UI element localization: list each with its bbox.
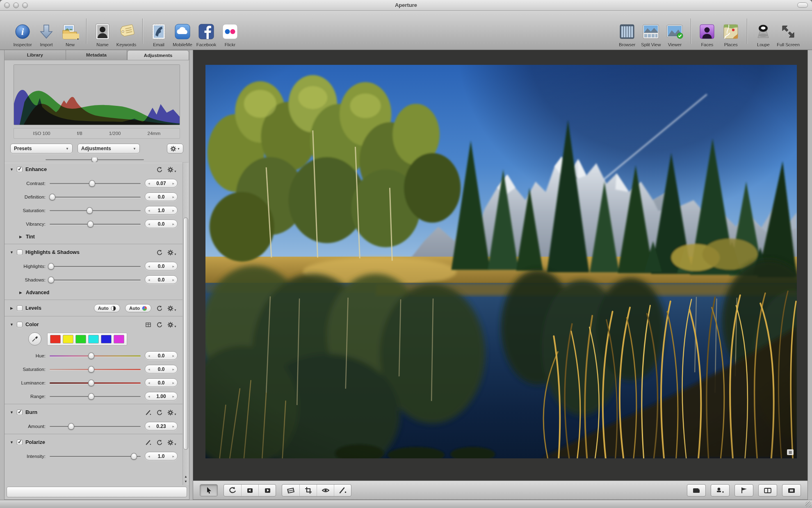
slider-thumb[interactable] xyxy=(89,180,95,187)
rotate-left-tool-button[interactable] xyxy=(241,485,258,496)
luminance-slider[interactable] xyxy=(50,379,141,387)
color-swatch-cyan[interactable] xyxy=(88,335,99,343)
levels-checkbox[interactable] xyxy=(17,305,23,311)
slider-thumb[interactable] xyxy=(87,207,93,214)
viewer-button[interactable]: Viewer xyxy=(663,22,687,47)
red-eye-tool-button[interactable] xyxy=(317,485,334,496)
panel-gear-button[interactable]: ▼ xyxy=(167,249,177,256)
reset-icon[interactable] xyxy=(156,322,162,328)
contrast-value-stepper[interactable]: ◂0.07▸ xyxy=(145,179,178,188)
full-screen-button[interactable]: Full Screen xyxy=(775,22,801,47)
toolbar-toggle-pill[interactable] xyxy=(797,2,808,8)
flickr-button[interactable]: Flickr xyxy=(218,22,242,47)
reset-icon[interactable] xyxy=(156,167,162,173)
places-button[interactable]: Places xyxy=(719,22,743,47)
panel-gear-button[interactable]: ▼ xyxy=(167,322,177,328)
scroll-down-arrow[interactable]: ▼ xyxy=(184,480,187,483)
inspector-scrollbar[interactable]: ▲ ▼ xyxy=(182,162,189,485)
slider-thumb[interactable] xyxy=(88,380,94,386)
hue-slider[interactable] xyxy=(50,352,141,359)
contrast-slider[interactable] xyxy=(50,180,141,187)
highlights-slider[interactable] xyxy=(50,263,141,270)
advanced-disclosure[interactable]: ▶ Advanced xyxy=(5,286,182,299)
slider-thumb[interactable] xyxy=(68,423,74,430)
disclosure-triangle-icon[interactable]: ▼ xyxy=(9,323,14,327)
scrollbar-thumb[interactable] xyxy=(183,217,188,450)
brush-icon[interactable] xyxy=(145,410,151,416)
tab-adjustments[interactable]: Adjustments xyxy=(127,50,189,60)
disclosure-triangle-icon[interactable]: ▶ xyxy=(9,306,14,310)
slider-thumb[interactable] xyxy=(49,194,55,200)
burn-checkbox[interactable] xyxy=(17,410,23,415)
amount-value-stepper[interactable]: ◂0.23▸ xyxy=(145,422,178,430)
crop-tool-button[interactable] xyxy=(299,485,317,496)
photo[interactable]: ▦ xyxy=(205,65,797,458)
shadows-value-stepper[interactable]: ◂0.0▸ xyxy=(145,275,178,284)
reset-icon[interactable] xyxy=(156,439,162,446)
inspector-button[interactable]: i Inspector xyxy=(11,22,34,47)
range-slider[interactable] xyxy=(50,393,141,400)
slider-thumb[interactable] xyxy=(88,366,94,373)
facebook-button[interactable]: Facebook xyxy=(194,22,218,47)
tint-disclosure[interactable]: ▶ Tint xyxy=(5,231,182,243)
tab-library[interactable]: Library xyxy=(5,50,66,60)
retouch-tool-button[interactable] xyxy=(334,485,351,496)
reset-icon[interactable] xyxy=(156,305,162,311)
color-swatch-blue[interactable] xyxy=(101,335,112,343)
panel-gear-button[interactable]: ▼ xyxy=(167,439,177,446)
auto-levels-rgb-button[interactable]: Auto xyxy=(125,304,151,312)
disclosure-triangle-icon[interactable]: ▼ xyxy=(9,167,14,172)
slider-thumb[interactable] xyxy=(87,221,94,227)
disclosure-triangle-icon[interactable]: ▼ xyxy=(9,440,14,444)
color-swatch-yellow[interactable] xyxy=(63,335,73,343)
scroll-up-arrow[interactable]: ▲ xyxy=(184,475,187,478)
brush-icon[interactable] xyxy=(145,439,151,446)
auto-levels-luminance-button[interactable]: Auto xyxy=(94,304,120,312)
range-value-stepper[interactable]: ◂1.00▸ xyxy=(145,392,178,400)
slider-thumb[interactable] xyxy=(88,352,94,359)
flag-tool-button[interactable] xyxy=(734,484,753,497)
color-saturation-value-stepper[interactable]: ◂0.0▸ xyxy=(145,365,178,373)
reset-icon[interactable] xyxy=(156,249,162,256)
slider-thumb[interactable] xyxy=(48,277,54,283)
email-button[interactable]: Email xyxy=(147,22,171,47)
rotate-tool-button[interactable] xyxy=(224,485,241,496)
tab-metadata[interactable]: Metadata xyxy=(66,50,128,60)
highlights-value-stepper[interactable]: ◂0.0▸ xyxy=(145,262,178,270)
intensity-value-stepper[interactable]: ◂1.0▸ xyxy=(145,452,178,460)
color-swatch-magenta[interactable] xyxy=(114,335,124,343)
panel-gear-button[interactable]: ▼ xyxy=(167,410,177,416)
adjustment-gear-button[interactable]: ▼ xyxy=(167,144,183,153)
color-saturation-slider[interactable] xyxy=(50,366,141,373)
vibrancy-slider[interactable] xyxy=(50,220,141,228)
viewer-canvas[interactable]: ▦ xyxy=(193,50,807,481)
saturation-slider[interactable] xyxy=(50,207,141,214)
polarize-checkbox[interactable] xyxy=(17,439,23,445)
import-button[interactable]: Import xyxy=(34,22,58,47)
expand-color-grid-icon[interactable] xyxy=(145,322,151,328)
disclosure-triangle-icon[interactable]: ▼ xyxy=(9,410,14,414)
browser-button[interactable]: Browser xyxy=(615,22,639,47)
color-swatch-green[interactable] xyxy=(75,335,86,343)
enhance-checkbox[interactable] xyxy=(17,167,23,172)
split-view-button[interactable]: Split View xyxy=(639,22,663,47)
selection-tool-button[interactable] xyxy=(200,485,217,496)
vibrancy-value-stepper[interactable]: ◂0.0▸ xyxy=(145,220,178,228)
luminance-value-stepper[interactable]: ◂0.0▸ xyxy=(145,378,178,387)
zoom-fit-tool-button[interactable] xyxy=(782,484,801,497)
faces-button[interactable]: Faces xyxy=(695,22,719,47)
name-button[interactable]: Name xyxy=(91,22,114,47)
definition-slider[interactable] xyxy=(50,193,141,201)
reset-icon[interactable] xyxy=(156,410,162,416)
shadows-slider[interactable] xyxy=(50,276,141,284)
slider-thumb[interactable] xyxy=(88,393,94,400)
lift-stamp-tool-button[interactable] xyxy=(711,484,730,497)
mobileme-button[interactable]: MobileMe xyxy=(171,22,194,47)
straighten-tool-button[interactable] xyxy=(282,485,299,496)
keywords-button[interactable]: Keywords xyxy=(114,22,138,47)
compare-tool-button[interactable] xyxy=(758,484,777,497)
definition-value-stepper[interactable]: ◂0.0▸ xyxy=(145,192,178,201)
eyedropper-button[interactable] xyxy=(28,332,41,346)
highlights-shadows-checkbox[interactable] xyxy=(17,249,23,255)
amount-slider[interactable] xyxy=(50,423,141,430)
